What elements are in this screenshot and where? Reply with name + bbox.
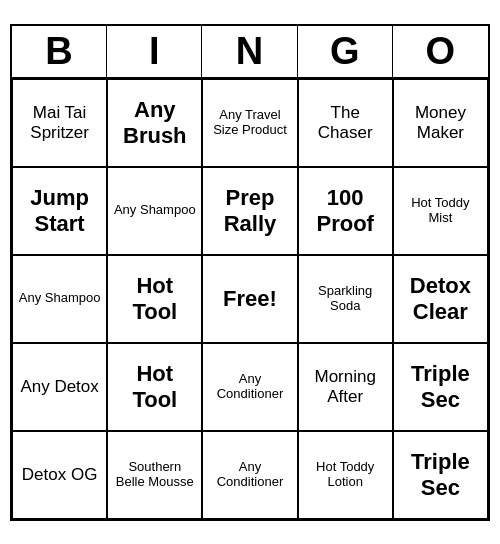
bingo-cell: Hot Tool <box>107 255 202 343</box>
bingo-cell: Any Brush <box>107 79 202 167</box>
bingo-cell: Hot Toddy Mist <box>393 167 488 255</box>
header-letter: G <box>298 26 393 77</box>
bingo-cell: Detox OG <box>12 431 107 519</box>
bingo-header: BINGO <box>12 26 488 79</box>
bingo-cell: Hot Toddy Lotion <box>298 431 393 519</box>
header-letter: I <box>107 26 202 77</box>
bingo-cell: Jump Start <box>12 167 107 255</box>
header-letter: O <box>393 26 488 77</box>
bingo-grid: Mai Tai SpritzerAny BrushAny Travel Size… <box>12 79 488 519</box>
bingo-cell: The Chaser <box>298 79 393 167</box>
bingo-cell: Any Conditioner <box>202 431 297 519</box>
bingo-cell: Money Maker <box>393 79 488 167</box>
bingo-cell: Prep Rally <box>202 167 297 255</box>
bingo-cell: Morning After <box>298 343 393 431</box>
header-letter: N <box>202 26 297 77</box>
bingo-cell: Any Conditioner <box>202 343 297 431</box>
bingo-card: BINGO Mai Tai SpritzerAny BrushAny Trave… <box>10 24 490 521</box>
bingo-cell: Hot Tool <box>107 343 202 431</box>
bingo-cell: Any Travel Size Product <box>202 79 297 167</box>
bingo-cell: Free! <box>202 255 297 343</box>
bingo-cell: Any Shampoo <box>12 255 107 343</box>
bingo-cell: Triple Sec <box>393 431 488 519</box>
bingo-cell: 100 Proof <box>298 167 393 255</box>
bingo-cell: Triple Sec <box>393 343 488 431</box>
bingo-cell: Detox Clear <box>393 255 488 343</box>
bingo-cell: Southern Belle Mousse <box>107 431 202 519</box>
bingo-cell: Any Detox <box>12 343 107 431</box>
bingo-cell: Any Shampoo <box>107 167 202 255</box>
bingo-cell: Sparkling Soda <box>298 255 393 343</box>
header-letter: B <box>12 26 107 77</box>
bingo-cell: Mai Tai Spritzer <box>12 79 107 167</box>
